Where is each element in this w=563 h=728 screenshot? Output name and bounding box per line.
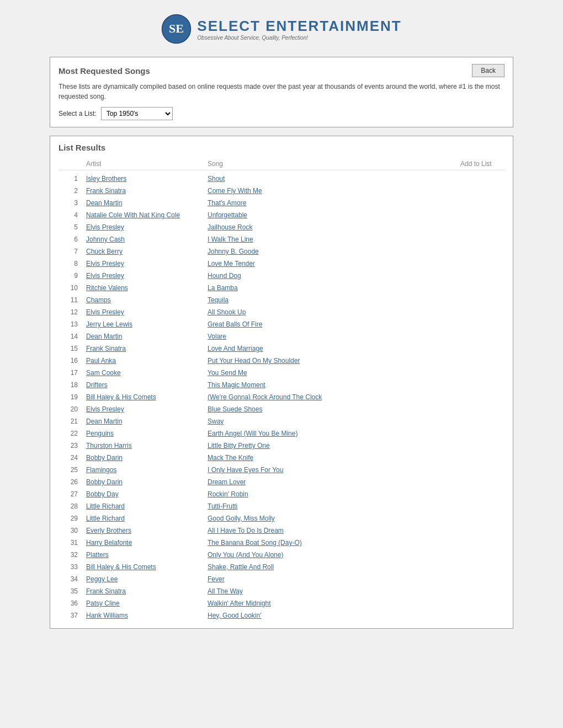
table-row: 31 Harry Belafonte The Banana Boat Song …: [59, 537, 504, 549]
artist-link[interactable]: Elvis Presley: [86, 308, 208, 316]
artist-link[interactable]: Little Richard: [86, 515, 208, 522]
row-number: 12: [59, 308, 86, 316]
artist-link[interactable]: Bill Haley & His Comets: [86, 393, 208, 401]
table-row: 32 Platters Only You (And You Alone): [59, 549, 504, 561]
table-row: 37 Hank Williams Hey, Good Lookin': [59, 609, 504, 622]
song-link[interactable]: Blue Suede Shoes: [208, 405, 460, 413]
artist-link[interactable]: Frank Sinatra: [86, 587, 208, 595]
song-link[interactable]: Volare: [208, 333, 460, 340]
artist-link[interactable]: Elvis Presley: [86, 223, 208, 231]
song-link[interactable]: Love And Marriage: [208, 345, 460, 352]
artist-link[interactable]: Sam Cooke: [86, 369, 208, 377]
artist-link[interactable]: Dean Martin: [86, 199, 208, 207]
artist-link[interactable]: Drifters: [86, 381, 208, 389]
back-button[interactable]: Back: [472, 64, 504, 77]
artist-link[interactable]: Elvis Presley: [86, 272, 208, 280]
row-number: 33: [59, 563, 86, 571]
artist-link[interactable]: Champs: [86, 296, 208, 304]
song-link[interactable]: Hound Dog: [208, 272, 460, 280]
song-link[interactable]: Hey, Good Lookin': [208, 612, 460, 619]
song-link[interactable]: This Magic Moment: [208, 381, 460, 389]
table-body: 1 Isley Brothers Shout 2 Frank Sinatra C…: [59, 173, 504, 622]
logo-text-block: SELECT ENTERTAINMENT Obsessive About Ser…: [197, 18, 401, 41]
song-link[interactable]: Shake, Rattle And Roll: [208, 563, 460, 571]
song-link[interactable]: Dream Lover: [208, 478, 460, 486]
artist-link[interactable]: Bill Haley & His Comets: [86, 563, 208, 571]
artist-link[interactable]: Thurston Harris: [86, 442, 208, 449]
artist-link[interactable]: Little Richard: [86, 502, 208, 510]
artist-link[interactable]: Flamingos: [86, 466, 208, 474]
table-row: 26 Bobby Darin Dream Lover: [59, 476, 504, 488]
logo-subtitle: Obsessive About Service, Quality, Perfec…: [197, 35, 401, 41]
artist-link[interactable]: Elvis Presley: [86, 405, 208, 413]
artist-link[interactable]: Isley Brothers: [86, 175, 208, 183]
song-link[interactable]: Tutti-Frutti: [208, 502, 460, 510]
row-number: 17: [59, 369, 86, 377]
artist-link[interactable]: Johnny Cash: [86, 235, 208, 243]
song-link[interactable]: That's Amore: [208, 199, 460, 207]
song-link[interactable]: Fever: [208, 575, 460, 583]
artist-link[interactable]: Dean Martin: [86, 333, 208, 340]
row-number: 30: [59, 527, 86, 534]
artist-link[interactable]: Platters: [86, 551, 208, 559]
row-number: 25: [59, 466, 86, 474]
song-link[interactable]: The Banana Boat Song (Day-O): [208, 539, 460, 547]
artist-link[interactable]: Peggy Lee: [86, 575, 208, 583]
song-link[interactable]: Earth Angel (Will You Be Mine): [208, 430, 460, 437]
artist-link[interactable]: Everly Brothers: [86, 527, 208, 534]
artist-link[interactable]: Bobby Day: [86, 490, 208, 498]
song-link[interactable]: Sway: [208, 417, 460, 425]
artist-link[interactable]: Frank Sinatra: [86, 345, 208, 352]
table-row: 20 Elvis Presley Blue Suede Shoes: [59, 403, 504, 415]
song-link[interactable]: Good Golly, Miss Molly: [208, 515, 460, 522]
song-link[interactable]: Little Bitty Pretty One: [208, 442, 460, 449]
table-row: 6 Johnny Cash I Walk The Line: [59, 233, 504, 245]
table-row: 23 Thurston Harris Little Bitty Pretty O…: [59, 440, 504, 452]
artist-link[interactable]: Harry Belafonte: [86, 539, 208, 547]
song-link[interactable]: You Send Me: [208, 369, 460, 377]
table-row: 25 Flamingos I Only Have Eyes For You: [59, 464, 504, 476]
song-link[interactable]: Johnny B. Goode: [208, 248, 460, 255]
artist-link[interactable]: Hank Williams: [86, 612, 208, 619]
song-link[interactable]: Walkin' After Midnight: [208, 599, 460, 607]
song-link[interactable]: La Bamba: [208, 284, 460, 292]
table-row: 33 Bill Haley & His Comets Shake, Rattle…: [59, 561, 504, 573]
artist-link[interactable]: Ritchie Valens: [86, 284, 208, 292]
artist-link[interactable]: Patsy Cline: [86, 599, 208, 607]
song-link[interactable]: I Only Have Eyes For You: [208, 466, 460, 474]
song-link[interactable]: I Walk The Line: [208, 235, 460, 243]
song-link[interactable]: Jailhouse Rock: [208, 223, 460, 231]
artist-link[interactable]: Chuck Berry: [86, 248, 208, 255]
song-link[interactable]: Love Me Tender: [208, 260, 460, 267]
song-link[interactable]: Unforgettable: [208, 211, 460, 219]
row-number: 32: [59, 551, 86, 559]
artist-link[interactable]: Jerry Lee Lewis: [86, 320, 208, 328]
artist-link[interactable]: Bobby Darin: [86, 454, 208, 462]
song-link[interactable]: Mack The Knife: [208, 454, 460, 462]
song-link[interactable]: Great Balls Of Fire: [208, 320, 460, 328]
col-add: Add to List: [460, 160, 504, 168]
list-select[interactable]: Top 1950'sTop 1960'sTop 1970'sTop 1980's…: [101, 107, 173, 120]
artist-link[interactable]: Dean Martin: [86, 417, 208, 425]
song-link[interactable]: Only You (And You Alone): [208, 551, 460, 559]
artist-link[interactable]: Elvis Presley: [86, 260, 208, 267]
song-link[interactable]: All The Way: [208, 587, 460, 595]
results-box: List Results Artist Song Add to List 1 I…: [50, 136, 513, 629]
song-link[interactable]: All Shook Up: [208, 308, 460, 316]
artist-link[interactable]: Frank Sinatra: [86, 187, 208, 195]
artist-link[interactable]: Natalie Cole With Nat King Cole: [86, 211, 208, 219]
artist-link[interactable]: Paul Anka: [86, 357, 208, 365]
svg-text:SE: SE: [169, 22, 184, 35]
logo-container: SE SELECT ENTERTAINMENT Obsessive About …: [161, 14, 401, 44]
song-link[interactable]: Rockin' Robin: [208, 490, 460, 498]
artist-link[interactable]: Bobby Darin: [86, 478, 208, 486]
song-link[interactable]: Come Fly With Me: [208, 187, 460, 195]
song-link[interactable]: Put Your Head On My Shoulder: [208, 357, 460, 365]
song-link[interactable]: Shout: [208, 175, 460, 183]
artist-link[interactable]: Penguins: [86, 430, 208, 437]
song-link[interactable]: All I Have To Do Is Dream: [208, 527, 460, 534]
song-link[interactable]: (We're Gonna) Rock Around The Clock: [208, 393, 460, 401]
table-row: 21 Dean Martin Sway: [59, 415, 504, 427]
row-number: 36: [59, 599, 86, 607]
song-link[interactable]: Tequila: [208, 296, 460, 304]
